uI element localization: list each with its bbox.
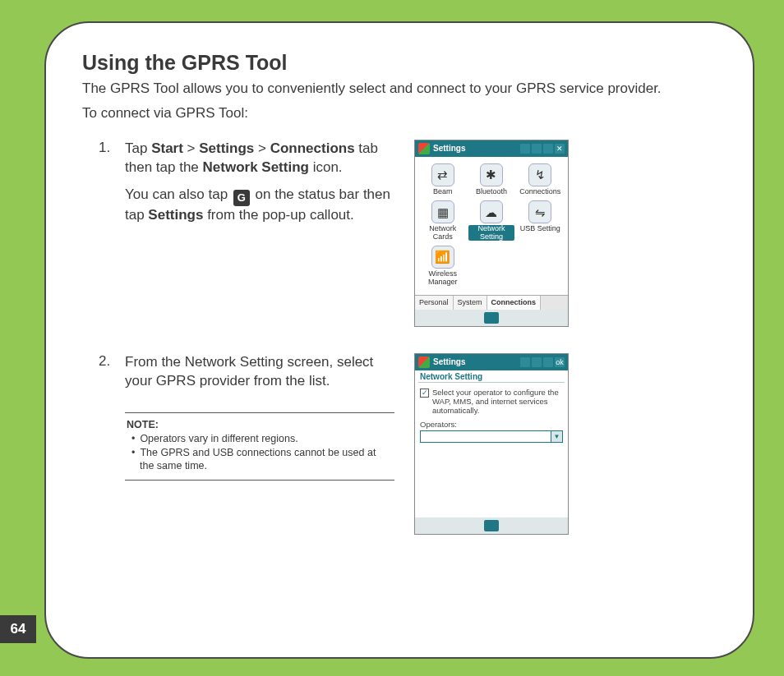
screenshot-network-setting: Settings ok Network Setting ✓ Select you… — [414, 353, 569, 535]
shot2-softbar — [415, 517, 568, 534]
page-title: Using the GPRS Tool — [82, 51, 717, 75]
shot1-titlebar: Settings ✕ — [415, 140, 568, 157]
label: Network Cards — [420, 225, 465, 241]
keyboard-icon — [484, 312, 499, 324]
label: Network Setting — [468, 225, 514, 241]
tray-icon — [532, 144, 542, 154]
tray-icon — [532, 357, 542, 367]
note-bullet-2: The GPRS and USB connections cannot be u… — [140, 446, 393, 474]
usb-setting-icon: ⇋ — [528, 200, 551, 223]
shot2-title: Settings — [433, 357, 465, 366]
tab-connections: Connections — [487, 296, 542, 310]
txt: > — [254, 140, 270, 156]
step-1: 1. Tap Start > Settings > Connections ta… — [99, 140, 394, 233]
shot1-tabs: Personal System Connections — [415, 295, 568, 310]
kw-settings: Settings — [199, 140, 254, 156]
gprs-status-icon: G — [233, 190, 250, 206]
bluetooth-icon: ✱ — [480, 163, 503, 186]
grid-item-bluetooth: ✱Bluetooth — [468, 163, 514, 195]
shot2-titlebar: Settings ok — [415, 354, 568, 370]
grid-item-usb-setting: ⇋USB Setting — [518, 200, 563, 241]
note-bullet-1: Operators vary in different regions. — [140, 432, 393, 446]
label: USB Setting — [520, 225, 560, 232]
network-setting-icon: ☁ — [480, 200, 503, 223]
shot2-body: ✓ Select your operator to configure the … — [415, 383, 568, 517]
grid-item-beam: ⇄Beam — [420, 163, 465, 195]
label: Beam — [433, 188, 453, 195]
manual-page: Using the GPRS Tool The GPRS Tool allows… — [44, 21, 754, 659]
label: Wireless Manager — [420, 270, 465, 286]
network-cards-icon: ▦ — [431, 200, 454, 223]
tray-icon — [543, 357, 553, 367]
windows-icon — [418, 356, 430, 368]
shot2-subtitle: Network Setting — [415, 370, 568, 382]
step-2-para: From the Network Setting screen, select … — [125, 353, 394, 391]
shot1-softbar — [415, 310, 568, 326]
auto-configure-text: Select your operator to configure the WA… — [432, 388, 563, 415]
step-1-para-1: Tap Start > Settings > Connections tab t… — [125, 140, 394, 177]
chevron-down-icon: ▼ — [551, 431, 562, 442]
shot2-tray: ok — [520, 357, 565, 367]
txt: icon. — [309, 159, 343, 175]
operators-label: Operators: — [420, 420, 563, 429]
label: Bluetooth — [476, 188, 507, 195]
step-1-row: 1. Tap Start > Settings > Connections ta… — [99, 140, 717, 327]
note-block: NOTE: Operators vary in different region… — [125, 412, 394, 481]
shot1-grid: ⇄Beam ✱Bluetooth ↯Connections ▦Network C… — [415, 157, 568, 295]
operators-value — [421, 431, 551, 442]
grid-item-connections: ↯Connections — [518, 163, 563, 195]
txt: from the pop-up callout. — [203, 207, 353, 223]
kw-network-setting: Network Setting — [203, 159, 309, 175]
tray-icon — [543, 144, 553, 154]
shot1-title: Settings — [433, 144, 465, 153]
step-2-row: 2. From the Network Setting screen, sele… — [99, 353, 717, 535]
operators-combo: ▼ — [420, 430, 563, 443]
txt: > — [183, 140, 199, 156]
keyboard-icon — [484, 520, 499, 531]
auto-configure-row: ✓ Select your operator to configure the … — [420, 388, 563, 415]
step-1-para-2: You can also tap G on the status bar the… — [125, 186, 394, 225]
step-2-text: 2. From the Network Setting screen, sele… — [99, 353, 394, 481]
txt: You can also tap — [125, 186, 232, 202]
step-2: 2. From the Network Setting screen, sele… — [99, 353, 394, 399]
grid-item-network-setting: ☁Network Setting — [468, 200, 514, 241]
beam-icon: ⇄ — [431, 163, 454, 186]
kw-settings-2: Settings — [148, 207, 203, 223]
grid-item-wireless-manager: 📶Wireless Manager — [420, 246, 465, 286]
step-1-number: 1. — [99, 140, 117, 233]
intro-paragraph: The GPRS Tool allows you to conveniently… — [82, 80, 717, 99]
txt: Tap — [125, 140, 151, 156]
screenshot-settings-connections: Settings ✕ ⇄Beam ✱Bluetooth ↯Connections… — [414, 140, 569, 327]
close-icon: ✕ — [555, 144, 565, 154]
kw-start: Start — [151, 140, 183, 156]
tab-personal: Personal — [415, 296, 454, 310]
page-number-badge: 64 — [0, 615, 36, 643]
subintro-paragraph: To connect via GPRS Tool: — [82, 105, 717, 122]
ok-icon: ok — [555, 357, 565, 367]
step-1-text: 1. Tap Start > Settings > Connections ta… — [99, 140, 394, 233]
wireless-manager-icon: 📶 — [431, 246, 454, 269]
grid-item-network-cards: ▦Network Cards — [420, 200, 465, 241]
tray-icon — [520, 357, 530, 367]
shot1-tray: ✕ — [520, 144, 565, 154]
label: Connections — [519, 188, 560, 195]
checkbox-icon: ✓ — [420, 389, 429, 398]
step-2-number: 2. — [99, 353, 117, 399]
windows-icon — [418, 143, 430, 154]
note-heading: NOTE: — [127, 418, 393, 432]
tray-icon — [520, 144, 530, 154]
tab-system: System — [454, 296, 487, 310]
kw-connections: Connections — [270, 140, 355, 156]
connections-icon: ↯ — [528, 163, 551, 186]
